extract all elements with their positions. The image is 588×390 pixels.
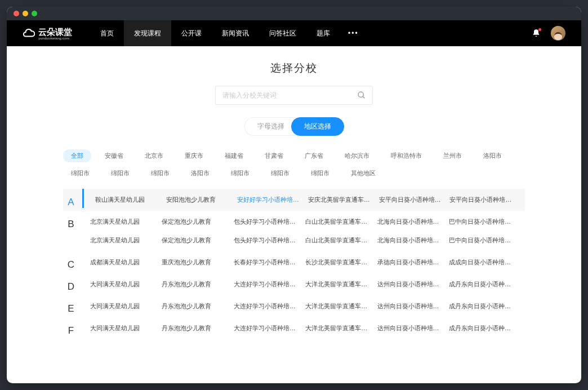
region-5[interactable]: 甘肃省 <box>257 149 291 162</box>
school-item[interactable]: 巴中向日葵小语种培训班 <box>449 218 520 226</box>
region-6[interactable]: 广东省 <box>297 149 331 162</box>
nav-item-5[interactable]: 题库 <box>306 20 340 46</box>
school-item[interactable]: 鞍山满天星幼儿园 <box>95 196 166 204</box>
items-F: 大同满天星幼儿园丹东泡泡少儿教育大连好学习小语种培训班大洋北美留学直通车分校达州… <box>79 317 525 339</box>
nav-item-1[interactable]: 发现课程 <box>124 20 171 46</box>
school-item[interactable]: 包头好学习小语种培训班 <box>234 218 305 226</box>
header-bar: 云朵课堂 yunduoketang.com 首页发现课程公开课新闻资讯问答社区题… <box>7 20 581 46</box>
school-item[interactable]: 大连好学习小语种培训班 <box>234 280 305 289</box>
cloud-logo-icon <box>23 27 35 39</box>
user-avatar[interactable] <box>551 26 565 41</box>
school-item[interactable]: 北京满天星幼儿园 <box>90 236 162 245</box>
region-9[interactable]: 兰州市 <box>435 149 470 162</box>
school-item[interactable]: 大同满天星幼儿园 <box>90 280 162 289</box>
school-item[interactable]: 北京满天星幼儿园 <box>90 218 162 226</box>
search-icon[interactable] <box>357 91 366 100</box>
nav-item-4[interactable]: 问答社区 <box>259 20 306 46</box>
notifications-bell-icon[interactable] <box>532 29 541 38</box>
school-item[interactable]: 大同满天星幼儿园 <box>90 302 162 311</box>
items-C: 成都满天星幼儿园重庆泡泡少儿教育长春好学习小语种培训班长沙北美留学直通车分校承德… <box>79 251 525 273</box>
letter-D: D <box>68 273 74 292</box>
group-F: F大同满天星幼儿园丹东泡泡少儿教育大连好学习小语种培训班大洋北美留学直通车分校达… <box>63 317 525 339</box>
letter-E: E <box>68 295 74 314</box>
letter-C: C <box>68 251 74 271</box>
school-item[interactable]: 北海向日葵小语种培训班 <box>377 236 449 245</box>
region-10[interactable]: 洛阳市 <box>475 149 510 162</box>
school-item[interactable]: 承德向日葵小语种培训班 <box>377 258 449 267</box>
nav-more-icon[interactable]: ••• <box>340 29 367 37</box>
search-input[interactable] <box>215 86 373 105</box>
letter-B: B <box>68 211 74 230</box>
app-window: 云朵课堂 yunduoketang.com 首页发现课程公开课新闻资讯问答社区题… <box>7 7 581 383</box>
school-item[interactable]: 保定泡泡少儿教育 <box>162 218 233 226</box>
nav-item-0[interactable]: 首页 <box>90 20 124 46</box>
tab-1[interactable]: 地区选择 <box>291 117 344 136</box>
school-item[interactable]: 大连好学习小语种培训班 <box>234 302 305 311</box>
school-item[interactable]: 大洋北美留学直通车分校 <box>305 302 377 311</box>
region-18[interactable]: 其他地区 <box>343 167 384 180</box>
school-item[interactable]: 巴中向日葵小语种培训班 <box>449 236 520 245</box>
items-A: 鞍山满天星幼儿园安阳泡泡少儿教育安好好学习小语种培训班安庆北美留学直通车分校安平… <box>84 189 525 211</box>
close-dot[interactable] <box>14 11 19 16</box>
school-item[interactable]: 丹东泡泡少儿教育 <box>162 324 233 333</box>
group-B: B北京满天星幼儿园保定泡泡少儿教育包头好学习小语种培训班白山北美留学直通车分校北… <box>63 211 525 251</box>
school-item[interactable]: 安好好学习小语种培训班 <box>237 196 308 204</box>
school-item[interactable]: 安阳泡泡少儿教育 <box>166 196 237 204</box>
group-A: A鞍山满天星幼儿园安阳泡泡少儿教育安好好学习小语种培训班安庆北美留学直通车分校安… <box>63 189 525 211</box>
logo-subtext: yunduoketang.com <box>38 37 72 40</box>
logo[interactable]: 云朵课堂 yunduoketang.com <box>23 27 72 40</box>
page-content: 选择分校 字母选择地区选择 全部安徽省北京市重庆市福建省甘肃省广东省哈尔滨市呼和… <box>7 46 581 383</box>
school-item[interactable]: 安庆北美留学直通车分校 <box>308 196 379 204</box>
school-item[interactable]: 成丹东向日葵小语种培训班 <box>449 280 520 289</box>
region-15[interactable]: 绵阳市 <box>223 167 257 180</box>
school-item[interactable]: 达州向日葵小语种培训班 <box>377 324 449 333</box>
nav-item-2[interactable]: 公开课 <box>171 20 212 46</box>
nav-item-3[interactable]: 新闻资讯 <box>212 20 259 46</box>
school-item[interactable]: 大同满天星幼儿园 <box>90 324 162 333</box>
search-box <box>215 86 373 105</box>
tab-0[interactable]: 字母选择 <box>244 117 297 136</box>
school-item[interactable]: 长沙北美留学直通车分校 <box>305 258 377 267</box>
school-item[interactable]: 达州向日葵小语种培训班 <box>377 302 449 311</box>
school-item[interactable]: 达州向日葵小语种培训班 <box>377 280 449 289</box>
region-14[interactable]: 洛阳市 <box>183 167 217 180</box>
school-item[interactable]: 保定泡泡少儿教育 <box>162 236 233 245</box>
region-13[interactable]: 绵阳市 <box>143 167 177 180</box>
region-2[interactable]: 北京市 <box>137 149 171 162</box>
region-1[interactable]: 安徽省 <box>97 149 131 162</box>
region-4[interactable]: 福建省 <box>217 149 251 162</box>
school-item[interactable]: 丹东泡泡少儿教育 <box>162 280 233 289</box>
school-item[interactable]: 大连好学习小语种培训班 <box>234 324 305 333</box>
maximize-dot[interactable] <box>32 11 37 16</box>
school-item[interactable]: 大洋北美留学直通车分校 <box>305 324 377 333</box>
region-0[interactable]: 全部 <box>63 149 91 162</box>
items-B: 北京满天星幼儿园保定泡泡少儿教育包头好学习小语种培训班白山北美留学直通车分校北海… <box>79 211 525 251</box>
letter-A: A <box>68 189 74 208</box>
region-11[interactable]: 绵阳市 <box>63 167 97 180</box>
school-item[interactable]: 白山北美留学直通车分校 <box>305 218 377 226</box>
region-3[interactable]: 重庆市 <box>177 149 211 162</box>
school-item[interactable]: 成都满天星幼儿园 <box>90 258 162 267</box>
svg-line-1 <box>363 96 364 98</box>
region-16[interactable]: 绵阳市 <box>263 167 297 180</box>
minimize-dot[interactable] <box>23 11 28 16</box>
school-item[interactable]: 重庆泡泡少儿教育 <box>162 258 233 267</box>
school-item[interactable]: 包头好学习小语种培训班 <box>234 236 305 245</box>
school-item[interactable]: 北海向日葵小语种培训班 <box>377 218 449 226</box>
school-item[interactable]: 白山北美留学直通车分校 <box>305 236 377 245</box>
main-nav: 首页发现课程公开课新闻资讯问答社区题库 <box>90 20 340 46</box>
notification-badge <box>538 28 541 31</box>
school-item[interactable]: 成成向日葵小语种培训班 <box>449 258 520 267</box>
school-item[interactable]: 大洋北美留学直通车分校 <box>305 280 377 289</box>
school-item[interactable]: 成丹东向日葵小语种培训班 <box>449 302 520 311</box>
school-item[interactable]: 长春好学习小语种培训班 <box>234 258 305 267</box>
logo-text: 云朵课堂 <box>38 27 72 37</box>
school-item[interactable]: 丹东泡泡少儿教育 <box>162 302 233 311</box>
region-7[interactable]: 哈尔滨市 <box>337 149 377 162</box>
region-8[interactable]: 呼和浩特市 <box>383 149 430 162</box>
school-item[interactable]: 成丹东向日葵小语种培训班 <box>449 324 520 333</box>
region-12[interactable]: 绵阳市 <box>103 167 137 180</box>
school-item[interactable]: 安平向日葵小语种培训班 <box>379 196 450 204</box>
region-17[interactable]: 绵阳市 <box>303 167 337 180</box>
school-item[interactable]: 安平向日葵小语种培训班 <box>449 196 520 204</box>
